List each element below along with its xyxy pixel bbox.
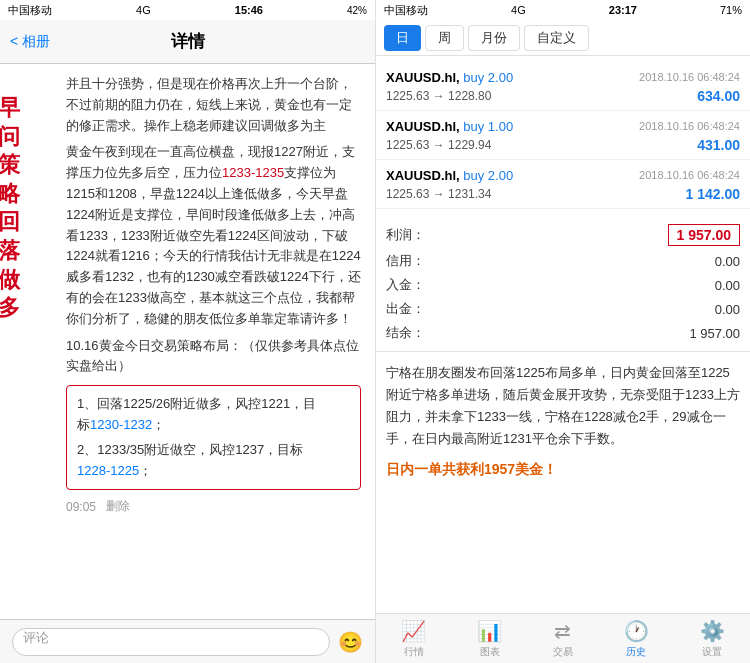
trade-sym-text-3: XAUUSD.hl, [386, 168, 463, 183]
profit-value: 1 957.00 [668, 224, 741, 246]
nav-chart[interactable]: 📊 图表 [477, 619, 502, 659]
trade-row-2: XAUUSD.hl, buy 1.00 2018.10.16 06:48:24 … [376, 111, 750, 160]
analysis-body: 宁格在朋友圈发布回落1225布局多单，日内黄金回落至1225附近宁格多单进场，随… [386, 362, 740, 450]
settings-icon: ⚙️ [700, 619, 725, 643]
credit-line: 信用： 0.00 [386, 249, 740, 273]
trade-sym-text-1: XAUUSD.hl, [386, 70, 463, 85]
chart-icon: 📊 [477, 619, 502, 643]
credit-value: 0.00 [715, 254, 740, 269]
bottom-nav: 📈 行情 📊 图表 ⇄ 交易 🕐 历史 ⚙️ 设置 [376, 613, 750, 663]
nav-history[interactable]: 🕐 历史 [624, 619, 649, 659]
red-label-text2: 问 [0, 123, 22, 152]
trade-prices-3: 1225.63 → 1231.34 [386, 187, 491, 201]
trades-list: XAUUSD.hl, buy 2.00 2018.10.16 06:48:24 … [376, 56, 750, 215]
carrier-left: 中国移动 [8, 3, 52, 18]
paragraph-1: 并且十分强势，但是现在价格再次上升一个台阶，不过前期的阻力仍在，短线上来说，黄金… [66, 74, 361, 136]
settings-label: 设置 [702, 645, 722, 659]
credit-label: 信用： [386, 252, 425, 270]
withdraw-line: 出金： 0.00 [386, 297, 740, 321]
network-right: 4G [511, 4, 526, 16]
tab-custom[interactable]: 自定义 [524, 25, 589, 51]
comment-bar: 评论 😊 [0, 619, 375, 663]
trade-row-3: XAUUSD.hl, buy 2.00 2018.10.16 06:48:24 … [376, 160, 750, 209]
tab-week[interactable]: 周 [425, 25, 464, 51]
carrier-right: 中国移动 [384, 3, 428, 18]
comment-input[interactable]: 评论 [12, 628, 330, 656]
paragraph-2: 黄金午夜到现在一直高位横盘，现报1227附近，支撑压力位先多后空，压力位1233… [66, 142, 361, 329]
trade-price-row-2: 1225.63 → 1229.94 431.00 [386, 137, 740, 153]
network-left: 4G [136, 4, 151, 16]
strategy-box: 1、回落1225/26附近做多，风控1221，目 标1230-1232； 2、1… [66, 385, 361, 490]
strategy-target-1: 1230-1232 [90, 417, 152, 432]
withdraw-label: 出金： [386, 300, 425, 318]
nav-settings[interactable]: ⚙️ 设置 [700, 619, 725, 659]
right-panel: 中国移动 4G 23:17 71% 日 周 月份 自定义 XAUUSD.hl, … [375, 0, 750, 663]
trade-profit-3: 1 142.00 [686, 186, 741, 202]
battery-left: 42% [347, 5, 367, 16]
trade-profit-2: 431.00 [697, 137, 740, 153]
analysis-highlight: 日内一单共获利1957美金！ [386, 458, 740, 482]
balance-line: 结余： 1 957.00 [386, 321, 740, 345]
trade-symbol-1: XAUUSD.hl, buy 2.00 [386, 68, 513, 86]
trade-row-top-2: XAUUSD.hl, buy 1.00 2018.10.16 06:48:24 [386, 117, 740, 135]
market-label: 行情 [404, 645, 424, 659]
nav-trade[interactable]: ⇄ 交易 [553, 619, 573, 659]
message-time: 09:05 [66, 500, 96, 514]
red-label-text8: 多 [0, 294, 22, 323]
trade-type-2: buy 1.00 [463, 119, 513, 134]
comment-placeholder: 评论 [23, 630, 49, 645]
strategy-line-4: 1228-1225； [77, 461, 350, 482]
red-label: 早 问 策 略 回 落 做 多 [0, 94, 22, 323]
main-content: 并且十分强势，但是现在价格再次上升一个台阶，不过前期的阻力仍在，短线上来说，黄金… [66, 74, 361, 515]
withdraw-value: 0.00 [715, 302, 740, 317]
deposit-line: 入金： 0.00 [386, 273, 740, 297]
paragraph-3: 10.16黄金今日交易策略布局：（仅供参考具体点位实盘给出） [66, 336, 361, 378]
nav-bar-left: < 相册 详情 [0, 20, 375, 64]
trade-symbol-3: XAUUSD.hl, buy 2.00 [386, 166, 513, 184]
chart-label: 图表 [480, 645, 500, 659]
market-icon: 📈 [401, 619, 426, 643]
tab-month[interactable]: 月份 [468, 25, 520, 51]
profit-label: 利润： [386, 226, 425, 244]
tab-day[interactable]: 日 [384, 25, 421, 51]
red-label-text5: 回 [0, 208, 22, 237]
emoji-button[interactable]: 😊 [338, 630, 363, 654]
nav-market[interactable]: 📈 行情 [401, 619, 426, 659]
trade-datetime-3: 2018.10.16 06:48:24 [639, 169, 740, 181]
summary-section: 利润： 1 957.00 信用： 0.00 入金： 0.00 出金： 0.00 … [376, 215, 750, 352]
back-button[interactable]: < 相册 [10, 33, 50, 51]
status-icons-left: 42% [347, 5, 367, 16]
trade-sym-text-2: XAUUSD.hl, [386, 119, 463, 134]
profit-line: 利润： 1 957.00 [386, 221, 740, 249]
strategy-target-2: 1228-1225 [77, 463, 139, 478]
trade-datetime-1: 2018.10.16 06:48:24 [639, 71, 740, 83]
nav-title: 详情 [171, 30, 205, 53]
trade-type-1: buy 2.00 [463, 70, 513, 85]
trade-symbol-2: XAUUSD.hl, buy 1.00 [386, 117, 513, 135]
time-left: 15:46 [235, 4, 263, 16]
strategy-line-3: 2、1233/35附近做空，风控1237，目标 [77, 440, 350, 461]
trade-label: 交易 [553, 645, 573, 659]
red-label-text3: 策 [0, 151, 22, 180]
price-highlight-1: 1233-1235 [222, 165, 284, 180]
deposit-value: 0.00 [715, 278, 740, 293]
red-label-text7: 做 [0, 266, 22, 295]
deposit-label: 入金： [386, 276, 425, 294]
trade-prices-1: 1225.63 → 1228.80 [386, 89, 491, 103]
history-label: 历史 [626, 645, 646, 659]
tab-bar-top: 日 周 月份 自定义 [376, 20, 750, 56]
trade-datetime-2: 2018.10.16 06:48:24 [639, 120, 740, 132]
trade-price-row-3: 1225.63 → 1231.34 1 142.00 [386, 186, 740, 202]
time-right: 23:17 [609, 4, 637, 16]
trade-row-top-1: XAUUSD.hl, buy 2.00 2018.10.16 06:48:24 [386, 68, 740, 86]
strategy-line-2: 标1230-1232； [77, 415, 350, 436]
strategy-line-1: 1、回落1225/26附近做多，风控1221，目 [77, 394, 350, 415]
red-label-text: 早 [0, 94, 22, 123]
trade-price-row-1: 1225.63 → 1228.80 634.00 [386, 88, 740, 104]
trade-icon: ⇄ [554, 619, 571, 643]
battery-right: 71% [720, 4, 742, 16]
trade-row-top-3: XAUUSD.hl, buy 2.00 2018.10.16 06:48:24 [386, 166, 740, 184]
trade-type-3: buy 2.00 [463, 168, 513, 183]
delete-button[interactable]: 删除 [106, 498, 130, 515]
left-panel: 中国移动 4G 15:46 42% < 相册 详情 早 问 策 略 回 落 做 … [0, 0, 375, 663]
